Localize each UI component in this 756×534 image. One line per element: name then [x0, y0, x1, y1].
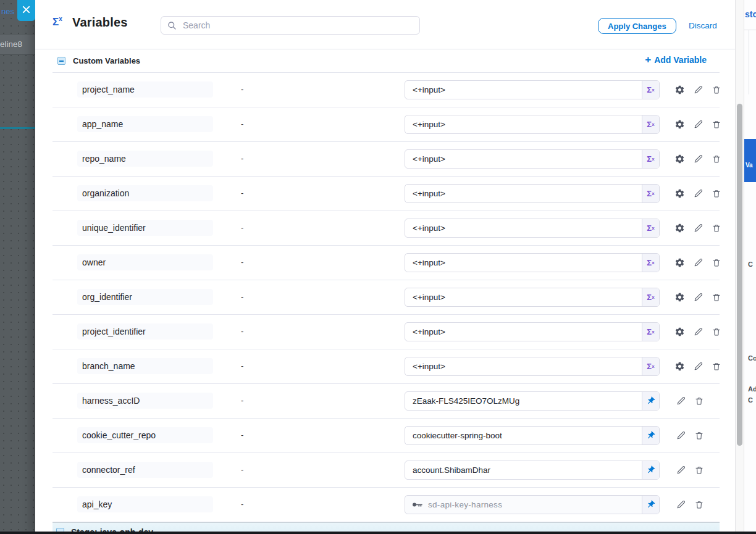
apply-changes-button[interactable]: Apply Changes [598, 18, 676, 34]
expression-sigma-icon[interactable]: Σx [642, 185, 659, 202]
delete-trash-icon[interactable] [690, 498, 708, 512]
settings-gear-icon[interactable] [670, 359, 689, 374]
variable-value-input[interactable]: <+input> Σx [405, 219, 660, 238]
variable-value-input[interactable]: <+input> Σx [405, 184, 660, 203]
scrollbar-thumb[interactable] [737, 104, 742, 446]
pin-icon[interactable] [642, 392, 659, 410]
edit-pencil-icon[interactable] [689, 290, 707, 305]
delete-trash-icon[interactable] [707, 325, 726, 340]
rail-item[interactable]: C [748, 261, 753, 268]
variable-value-input[interactable]: <+input> Σx [405, 322, 660, 341]
table-row: unique_identifier - <+input> Σx [52, 211, 720, 246]
rail-top-link-fragment[interactable]: stor [745, 9, 756, 19]
settings-gear-icon[interactable] [670, 221, 689, 236]
pin-icon[interactable] [642, 496, 659, 514]
delete-trash-icon[interactable] [707, 83, 726, 98]
variable-value-input[interactable]: <+input> Σx [405, 80, 660, 99]
variable-value: <+input> [405, 223, 642, 233]
rail-item[interactable]: Ad [748, 385, 756, 393]
edit-pencil-icon[interactable] [671, 498, 690, 512]
expression-sigma-icon[interactable]: Σx [642, 81, 659, 99]
edit-pencil-icon[interactable] [689, 221, 707, 236]
variable-value: account.ShibamDhar [405, 465, 642, 475]
search-box[interactable] [161, 16, 420, 35]
collapse-minus-icon[interactable] [57, 57, 65, 65]
edit-pencil-icon[interactable] [671, 394, 690, 409]
edit-pencil-icon[interactable] [689, 152, 707, 167]
edit-pencil-icon[interactable] [689, 83, 707, 98]
table-row: api_key - sd-api-key-harness Σx [52, 488, 720, 522]
delete-trash-icon[interactable] [690, 428, 708, 443]
settings-gear-icon[interactable] [670, 325, 689, 340]
variable-name: project_identifier [77, 323, 213, 340]
variable-scope: - [241, 223, 243, 232]
expression-sigma-icon[interactable]: Σx [642, 288, 659, 306]
variable-value: <+input> [405, 120, 642, 129]
expression-sigma-icon[interactable]: Σx [642, 150, 659, 168]
close-drawer-button[interactable] [17, 0, 35, 21]
delete-trash-icon[interactable] [707, 290, 726, 305]
drawer-header: Σx Variables Apply Changes Discard [35, 0, 735, 49]
settings-gear-icon[interactable] [670, 117, 689, 132]
expression-sigma-icon[interactable]: Σx [642, 357, 659, 375]
settings-gear-icon[interactable] [670, 290, 689, 305]
settings-gear-icon[interactable] [670, 83, 689, 98]
variable-value-input[interactable]: <+input> Σx [405, 288, 660, 307]
variables-drawer: Σx Variables Apply Changes Discard Custo… [35, 0, 735, 534]
edit-pencil-icon[interactable] [689, 186, 707, 201]
variable-value-input[interactable]: account.ShibamDhar Σx [405, 461, 660, 480]
scrollbar-track[interactable] [735, 0, 744, 534]
edit-pencil-icon[interactable] [689, 325, 707, 340]
bottom-edge-bar [0, 532, 756, 534]
pin-icon[interactable] [642, 461, 659, 479]
row-actions [670, 211, 726, 245]
search-input[interactable] [182, 20, 413, 31]
delete-trash-icon[interactable] [707, 359, 726, 374]
expression-sigma-icon[interactable]: Σx [642, 219, 659, 237]
rail-tab-variables[interactable]: Va [744, 139, 756, 182]
pin-icon[interactable] [642, 427, 659, 444]
variable-value-input[interactable]: sd-api-key-harness Σx [405, 495, 660, 514]
variable-value-input[interactable]: <+input> Σx [405, 115, 660, 134]
table-row: connector_ref - account.ShibamDhar Σx [52, 453, 720, 488]
variable-name: branch_name [77, 358, 213, 374]
edit-pencil-icon[interactable] [689, 359, 707, 374]
expression-sigma-icon[interactable]: Σx [642, 254, 659, 272]
plus-icon: + [645, 56, 651, 64]
delete-trash-icon[interactable] [707, 186, 726, 201]
delete-trash-icon[interactable] [690, 463, 708, 478]
variable-value: <+input> [405, 189, 642, 198]
variable-scope: - [241, 85, 243, 94]
expression-sigma-icon[interactable]: Σx [642, 323, 659, 341]
edit-pencil-icon[interactable] [689, 117, 707, 132]
variable-value-input[interactable]: <+input> Σx [405, 149, 660, 169]
add-variable-button[interactable]: + Add Variable [641, 54, 710, 65]
settings-gear-icon[interactable] [670, 256, 689, 270]
expression-sigma-icon[interactable]: Σx [642, 115, 659, 133]
variable-name: repo_name [77, 151, 213, 167]
variable-scope: - [241, 292, 243, 301]
settings-gear-icon[interactable] [670, 186, 689, 201]
variable-value-input[interactable]: zEaak-FLS425IEO7OLzMUg Σx [405, 391, 660, 411]
rail-item[interactable]: C [748, 396, 753, 404]
table-row: app_name - <+input> Σx [52, 107, 720, 142]
edit-pencil-icon[interactable] [671, 463, 690, 478]
discard-button[interactable]: Discard [685, 20, 721, 31]
delete-trash-icon[interactable] [707, 117, 726, 132]
variable-value-input[interactable]: <+input> Σx [405, 357, 660, 376]
settings-gear-icon[interactable] [670, 152, 689, 167]
row-actions [670, 107, 726, 141]
delete-trash-icon[interactable] [707, 256, 726, 270]
stage-connector-line [0, 127, 35, 129]
delete-trash-icon[interactable] [707, 152, 726, 167]
table-row: organization - <+input> Σx [52, 177, 720, 211]
delete-trash-icon[interactable] [690, 394, 708, 409]
variable-value: <+input> [405, 85, 642, 94]
variable-value-input[interactable]: <+input> Σx [405, 253, 660, 272]
edit-pencil-icon[interactable] [689, 256, 707, 270]
edit-pencil-icon[interactable] [671, 428, 690, 443]
delete-trash-icon[interactable] [707, 221, 726, 236]
rail-item[interactable]: Co [748, 354, 756, 362]
variable-value: <+input> [405, 154, 642, 164]
variable-value-input[interactable]: cookiecutter-spring-boot Σx [405, 426, 660, 445]
